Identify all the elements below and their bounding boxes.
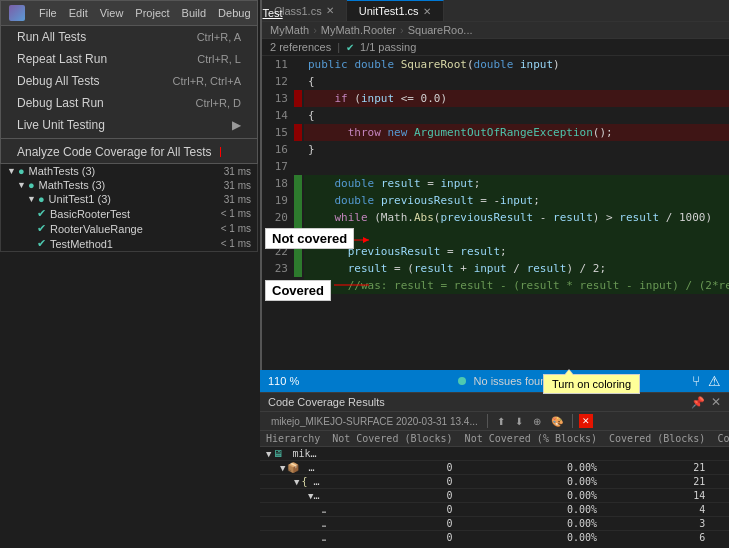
ln-23: 23: [262, 260, 288, 277]
tree-duration: 31 ms: [181, 194, 251, 205]
shortcut-debug-last: Ctrl+R, D: [195, 97, 241, 109]
turn-on-coloring-tooltip[interactable]: Turn on coloring: [543, 374, 640, 394]
menu-tab-edit[interactable]: Edit: [63, 7, 94, 19]
bc-squareroo[interactable]: SquareRoo...: [408, 24, 473, 36]
chevron-icon: ▼: [27, 194, 36, 204]
pass-icon: ✔: [37, 222, 46, 235]
coverage-info-bar: 2 references | ✔ 1/1 passing: [262, 39, 729, 56]
table-row[interactable]: ⚙ TestOneValue(MyMath.Ro... 00.00%3100.0…: [260, 517, 729, 531]
expand-icon[interactable]: ▼: [294, 477, 299, 487]
tree-item-testmethod1[interactable]: ✔ TestMethod1 < 1 ms: [1, 236, 257, 251]
expand-icon[interactable]: ▼: [280, 463, 285, 473]
menu-item-debug-all-label: Debug All Tests: [17, 74, 100, 88]
ln-12: 12: [262, 73, 288, 90]
menu-separator: [1, 138, 257, 139]
menu-item-debug-all[interactable]: Debug All Tests Ctrl+R, Ctrl+A: [1, 70, 257, 92]
table-row[interactable]: ▼🖥 mikejo_MIKEJO-SURFACE 2020-03-31 1...: [260, 447, 729, 461]
editor-area: Class1.cs ✕ UnitTest1.cs ✕ MyMath › MyMa…: [260, 0, 729, 400]
menu-item-debug-last[interactable]: Debug Last Run Ctrl+R, D: [1, 92, 257, 114]
ln-16: 16: [262, 141, 288, 158]
cov-refs-label: 2 references: [270, 41, 331, 53]
col-hierarchy: Hierarchy: [260, 431, 326, 447]
expand-icon[interactable]: ▼: [266, 449, 271, 459]
tree-duration: < 1 ms: [181, 208, 251, 219]
code-line-21: {: [304, 226, 729, 243]
coverage-table-container[interactable]: Hierarchy Not Covered (Blocks) Not Cover…: [260, 431, 729, 542]
menu-tab-project[interactable]: Project: [129, 7, 175, 19]
cov-passing-label: 1/1 passing: [360, 41, 416, 53]
coverage-close-icon[interactable]: ✕: [711, 395, 721, 409]
code-line-13: if (input <= 0.0): [304, 90, 729, 107]
code-lines: public double SquareRoot(double input) {…: [304, 56, 729, 366]
table-row[interactable]: ⚙ BasicRooterTest() 00.00%4100.00%: [260, 503, 729, 517]
tree-label: MathTests (3): [39, 179, 181, 191]
chevron-icon: ▼: [7, 166, 16, 176]
coverage-run-label: mikejo_MIKEJO-SURFACE 2020-03-31 13.4...: [268, 415, 481, 428]
dll-icon: 📦: [287, 462, 299, 473]
code-line-14: {: [304, 107, 729, 124]
menu-item-run-all-label: Run All Tests: [17, 30, 86, 44]
breadcrumb: MyMath › MyMath.Rooter › SquareRoo...: [262, 22, 729, 39]
expand-icon[interactable]: ▼: [308, 491, 313, 501]
bc-mymath[interactable]: MyMath: [270, 24, 309, 36]
code-line-17: [304, 158, 729, 175]
col-nc-blocks: Not Covered (Blocks): [326, 431, 458, 447]
menu-item-analyze[interactable]: Analyze Code Coverage for All Tests: [1, 141, 257, 163]
tb-sep: [572, 414, 573, 428]
issues-label: No issues found: [474, 375, 553, 387]
color-btn[interactable]: 🎨: [548, 415, 566, 428]
coverage-toolbar: mikejo_MIKEJO-SURFACE 2020-03-31 13.4...…: [260, 412, 729, 431]
close-tab-icon[interactable]: ✕: [423, 6, 431, 17]
tree-label: TestMethod1: [50, 238, 181, 250]
menu-titlebar: File Edit View Project Build Debug Test: [1, 1, 257, 26]
menu-tabs[interactable]: File Edit View Project Build Debug Test: [33, 7, 289, 19]
menu-dropdown: File Edit View Project Build Debug Test …: [0, 0, 258, 164]
coverage-gutter: ⚠: [294, 56, 304, 366]
col-c-blocks: Covered (Blocks): [603, 431, 711, 447]
tb-sep: [487, 414, 488, 428]
vs-logo-icon: [9, 5, 25, 21]
tree-item-basic-rooter[interactable]: ✔ BasicRooterTest < 1 ms: [1, 206, 257, 221]
tree-duration: 31 ms: [181, 180, 251, 191]
code-line-22: previousResult = result;: [304, 243, 729, 260]
menu-tab-build[interactable]: Build: [176, 7, 212, 19]
export-btn[interactable]: ⬆: [494, 415, 508, 428]
gutter-13: [294, 90, 302, 107]
menu-item-run-all[interactable]: Run All Tests Ctrl+R, A: [1, 26, 257, 48]
tree-item-mathtests-sub[interactable]: ▼ ● MathTests (3) 31 ms: [1, 178, 257, 192]
tree-item-mathtests[interactable]: ▼ ● MathTests (3) 31 ms: [1, 164, 257, 178]
close-coverage-btn[interactable]: ✕: [579, 414, 593, 428]
bc-rooter[interactable]: MyMath.Rooter: [321, 24, 396, 36]
menu-item-repeat[interactable]: Repeat Last Run Ctrl+R, L: [1, 48, 257, 70]
ln-18: 18: [262, 175, 288, 192]
table-row[interactable]: ▼◇ UnitTest1 00.00%14100.00%: [260, 489, 729, 503]
table-row[interactable]: ⚙ RooterValueRange() 00.00%6100.00%: [260, 531, 729, 543]
ln-14: 14: [262, 107, 288, 124]
menu-item-live-testing[interactable]: Live Unit Testing ▶: [1, 114, 257, 136]
menu-tab-debug[interactable]: Debug: [212, 7, 256, 19]
covered-text: Covered: [272, 283, 324, 298]
tab-label: UnitTest1.cs: [359, 5, 419, 17]
git-icon: ⑂: [692, 373, 700, 389]
tree-label: RooterValueRange: [50, 223, 181, 235]
editor-tabs: Class1.cs ✕ UnitTest1.cs ✕: [262, 0, 729, 22]
ln-15: 15: [262, 124, 288, 141]
ln-19: 19: [262, 192, 288, 209]
pass-icon: ●: [18, 165, 25, 177]
coverage-pin-icon[interactable]: 📌: [691, 396, 705, 409]
tree-item-rooter-value[interactable]: ✔ RooterValueRange < 1 ms: [1, 221, 257, 236]
not-covered-label: Not covered: [265, 228, 354, 249]
editor-tab-unittest1[interactable]: UnitTest1.cs ✕: [347, 0, 444, 21]
menu-item-repeat-label: Repeat Last Run: [17, 52, 107, 66]
tree-duration: < 1 ms: [181, 223, 251, 234]
menu-tab-test[interactable]: Test: [257, 7, 289, 19]
code-line-20: while (Math.Abs(previousResult - result)…: [304, 209, 729, 226]
close-tab-icon[interactable]: ✕: [326, 5, 334, 16]
table-row[interactable]: ▼📦 mathtests.dll 00.00%21100.00%: [260, 461, 729, 475]
table-row[interactable]: ▼{ } MathTests 00.00%21100.00%: [260, 475, 729, 489]
merge-btn[interactable]: ⊕: [530, 415, 544, 428]
menu-tab-file[interactable]: File: [33, 7, 63, 19]
import-btn[interactable]: ⬇: [512, 415, 526, 428]
menu-tab-view[interactable]: View: [94, 7, 130, 19]
tree-item-unittest1[interactable]: ▼ ● UnitTest1 (3) 31 ms: [1, 192, 257, 206]
